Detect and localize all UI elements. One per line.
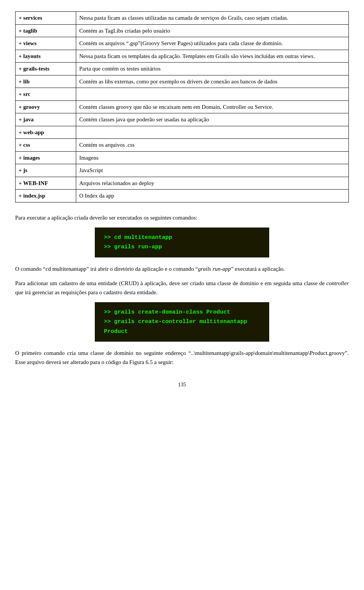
table-label: + index.jsp (16, 190, 76, 202)
code1-line1: >> cd multitenantapp (104, 233, 260, 243)
table-label: + groovy (16, 100, 76, 113)
table-label: + taglib (16, 24, 76, 37)
table-desc: Contém as libs externas, como por exempl… (76, 75, 349, 88)
para2: O comando “cd multitenantapp” irá abrir … (15, 264, 349, 273)
page-number: 135 (15, 382, 349, 388)
table-label: + layouts (16, 50, 76, 63)
para3-text: Para adicionar um cadastro de uma entida… (15, 280, 325, 286)
para4: O primeiro comando cria uma classe de do… (15, 348, 349, 367)
table-desc: Contém os arquivos .css (76, 139, 349, 152)
table-label: + WEB-INF (16, 177, 76, 190)
para4-path: \multitenantapp\grails-app\domain\multit… (194, 350, 345, 356)
table-label: + web-app (16, 126, 76, 139)
code1-line2: >> grails run-app (104, 242, 260, 252)
para3-italic: controller (326, 280, 349, 286)
para4-before: O primeiro comando cria uma classe de do… (15, 350, 194, 356)
table-desc: JavaScript (76, 164, 349, 177)
table-label: + src (16, 88, 76, 101)
table-label: + views (16, 37, 76, 50)
table-label: + services (16, 12, 76, 25)
para3-after: que irá gerenciar as requisições para o … (15, 289, 158, 295)
table-label: + js (16, 164, 76, 177)
code-block-1: >> cd multitenantapp >> grails run-app (95, 228, 269, 257)
table-desc: Contém os arquivos “.gsp”(Groovy Server … (76, 37, 349, 50)
para3: Para adicionar um cadastro de uma entida… (15, 279, 349, 297)
table-desc: Arquivos relacionados ao deploy (76, 177, 349, 190)
table-label: + css (16, 139, 76, 152)
table-desc: Contém classes java que poderão ser usad… (76, 113, 349, 126)
para2-after: ” executará a aplicação. (231, 266, 285, 272)
table-desc: Nessa pasta ficam as classes utilizadas … (76, 12, 349, 25)
code2-line1: >> grails create-domain-class Product (104, 308, 260, 317)
para1: Para executar a aplicação criada deverão… (15, 213, 349, 222)
table-desc: O Index da app (76, 190, 349, 202)
table-label: + images (16, 151, 76, 164)
table-desc: Parta que contém os testes unitários (76, 63, 349, 75)
table-desc (76, 126, 349, 139)
para2-italic: grails run-app (198, 266, 231, 272)
para2-before: O comando “cd multitenantapp” irá abrir … (15, 266, 198, 272)
table-desc: Imagens (76, 151, 349, 164)
table-label: + lib (16, 75, 76, 88)
table-desc: Nessa pasta ficam os templates da aplica… (76, 50, 349, 63)
table-desc: Contém as TagLibs criadas pelo usuário (76, 24, 349, 37)
directory-table: + servicesNessa pasta ficam as classes u… (15, 11, 349, 202)
table-desc: Contém classes groovy que não se encaixa… (76, 100, 349, 113)
code2-line2: >> grails create-controller multitenanta… (104, 317, 260, 336)
table-label: + java (16, 113, 76, 126)
table-label: + grails-tests (16, 63, 76, 75)
table-desc (76, 88, 349, 101)
code-block-2: >> grails create-domain-class Product >>… (95, 302, 269, 342)
